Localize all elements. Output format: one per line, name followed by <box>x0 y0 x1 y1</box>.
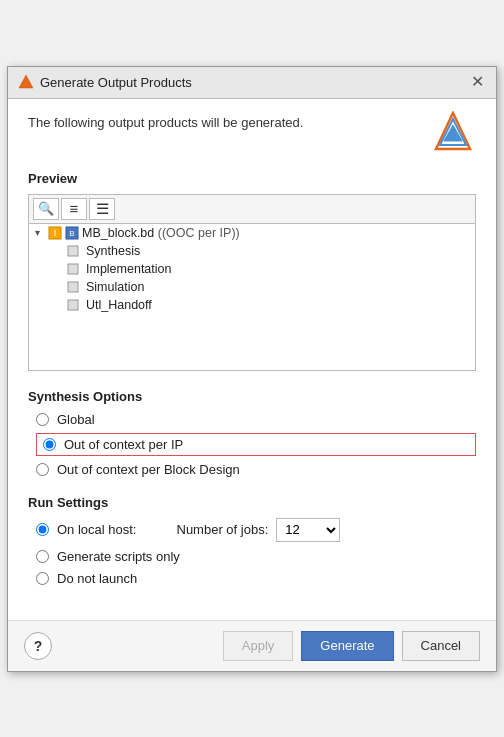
svg-text:B: B <box>69 229 74 238</box>
synth-option-global-row: Global <box>36 412 476 427</box>
tree-child-implementation: Implementation <box>29 260 475 278</box>
preview-section: Preview 🔍 ≡ ☰ ▾ <box>28 171 476 371</box>
footer-right: Apply Generate Cancel <box>223 631 480 661</box>
run-scripts-radio[interactable] <box>36 550 49 563</box>
cancel-button[interactable]: Cancel <box>402 631 480 661</box>
generate-output-dialog: Generate Output Products ✕ The following… <box>7 66 497 672</box>
expand-icon: ☰ <box>96 200 109 218</box>
generate-button[interactable]: Generate <box>301 631 393 661</box>
tree-root-item: ▾ ! B MB_block.bd <box>29 224 475 242</box>
svg-rect-10 <box>68 282 78 292</box>
search-toolbar-button[interactable]: 🔍 <box>33 198 59 220</box>
footer-left: ? <box>24 632 52 660</box>
tree-text-synthesis: Synthesis <box>86 244 140 258</box>
vivado-logo <box>430 111 476 157</box>
title-bar: Generate Output Products ✕ <box>8 67 496 99</box>
synth-option-ooc-bd-row: Out of context per Block Design <box>36 462 476 477</box>
synth-global-label[interactable]: Global <box>57 412 95 427</box>
num-jobs-label: Number of jobs: <box>177 522 269 537</box>
run-local-row: On local host: Number of jobs: 12 2 4 6 … <box>36 518 476 542</box>
dialog-footer: ? Apply Generate Cancel <box>8 620 496 671</box>
child-icon <box>67 245 79 257</box>
tree-child-simulation: Simulation <box>29 278 475 296</box>
svg-rect-9 <box>68 264 78 274</box>
synth-ooc-bd-label[interactable]: Out of context per Block Design <box>57 462 240 477</box>
bd-block-icon: B <box>65 226 79 240</box>
run-scripts-label[interactable]: Generate scripts only <box>57 549 180 564</box>
run-local-radio[interactable] <box>36 523 49 536</box>
tree-child-utl-handoff: Utl_Handoff <box>29 296 475 314</box>
help-button[interactable]: ? <box>24 632 52 660</box>
tree-text-simulation: Simulation <box>86 280 144 294</box>
run-settings-label: Run Settings <box>28 495 476 510</box>
synth-option-ooc-ip-row: Out of context per IP <box>36 433 476 456</box>
tree-text-utl: Utl_Handoff <box>86 298 152 312</box>
run-no-launch-radio[interactable] <box>36 572 49 585</box>
dialog-body: The following output products will be ge… <box>8 99 496 620</box>
apply-button[interactable]: Apply <box>223 631 294 661</box>
synthesis-radio-group: Global Out of context per IP Out of cont… <box>28 412 476 477</box>
collapse-toolbar-button[interactable]: ≡ <box>61 198 87 220</box>
warning-icon: ! <box>48 226 62 240</box>
num-jobs-select[interactable]: 12 2 4 6 8 16 24 32 <box>276 518 340 542</box>
child-icon <box>67 263 79 275</box>
svg-marker-0 <box>19 75 33 88</box>
run-settings-grid: On local host: Number of jobs: 12 2 4 6 … <box>28 518 476 586</box>
run-no-launch-label[interactable]: Do not launch <box>57 571 137 586</box>
synth-ooc-ip-radio[interactable] <box>43 438 56 451</box>
intro-text: The following output products will be ge… <box>28 115 303 130</box>
dialog-title: Generate Output Products <box>40 75 192 90</box>
tree-text-implementation: Implementation <box>86 262 171 276</box>
child-icon <box>67 299 79 311</box>
close-button[interactable]: ✕ <box>469 74 486 90</box>
synth-ooc-ip-label[interactable]: Out of context per IP <box>64 437 183 452</box>
collapse-icon: ≡ <box>70 200 79 217</box>
run-local-label[interactable]: On local host: <box>57 522 137 537</box>
synth-ooc-bd-radio[interactable] <box>36 463 49 476</box>
run-settings-section: Run Settings On local host: Number of jo… <box>28 495 476 586</box>
synthesis-options-label: Synthesis Options <box>28 389 476 404</box>
app-icon <box>18 74 34 90</box>
search-icon: 🔍 <box>38 201 54 216</box>
child-icon <box>67 281 79 293</box>
svg-text:!: ! <box>54 228 57 238</box>
svg-rect-11 <box>68 300 78 310</box>
tree-child-synthesis: Synthesis <box>29 242 475 260</box>
preview-label: Preview <box>28 171 476 186</box>
run-scripts-row: Generate scripts only <box>36 549 476 564</box>
svg-rect-8 <box>68 246 78 256</box>
expand-toolbar-button[interactable]: ☰ <box>89 198 115 220</box>
preview-tree[interactable]: ▾ ! B MB_block.bd <box>28 223 476 371</box>
preview-toolbar: 🔍 ≡ ☰ <box>28 194 476 223</box>
synthesis-options-section: Synthesis Options Global Out of context … <box>28 389 476 477</box>
expand-arrow: ▾ <box>35 227 45 238</box>
title-bar-left: Generate Output Products <box>18 74 192 90</box>
run-no-launch-row: Do not launch <box>36 571 476 586</box>
synth-global-radio[interactable] <box>36 413 49 426</box>
tree-root-text: MB_block.bd ((OOC per IP)) <box>82 226 240 240</box>
